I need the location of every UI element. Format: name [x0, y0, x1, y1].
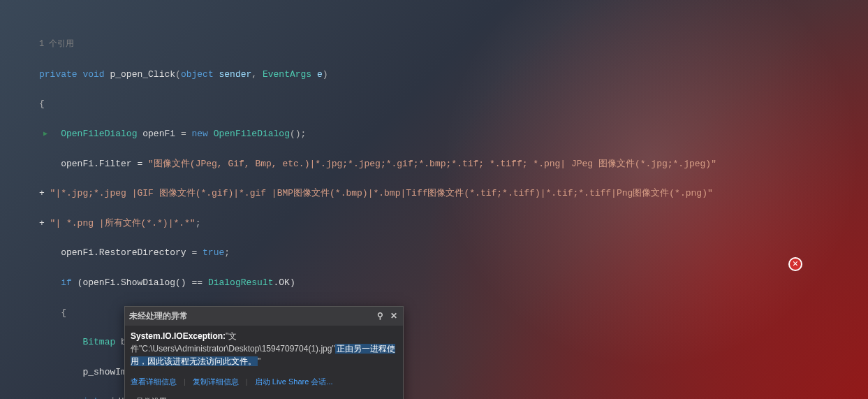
pin-icon[interactable]: ⚲ — [375, 309, 385, 324]
codelens-references[interactable]: 1 个引用 — [39, 37, 868, 52]
start-liveshare-link[interactable]: 启动 Live Share 会话... — [255, 375, 333, 389]
copy-details-link[interactable]: 复制详细信息 — [193, 375, 239, 389]
exception-message: System.IO.IOException:"文件"C:\Users\Admin… — [125, 326, 403, 372]
exception-popup[interactable]: 未经处理的异常 ⚲ ✕ System.IO.IOException:"文件"C:… — [124, 306, 404, 399]
exception-popup-title: 未经处理的异常 — [129, 309, 188, 324]
view-details-link[interactable]: 查看详细信息 — [131, 375, 177, 389]
exception-type: System.IO.IOException: — [131, 331, 226, 341]
keyword: private — [39, 69, 78, 80]
close-icon[interactable]: ✕ — [389, 309, 399, 324]
breakpoint-arrow-icon[interactable]: ▶ — [43, 126, 47, 141]
exception-popup-titlebar[interactable]: 未经处理的异常 ⚲ ✕ — [125, 307, 403, 326]
exception-settings-expander[interactable]: 异常设置 — [125, 393, 403, 399]
error-badge-icon[interactable]: ✕ — [788, 257, 802, 271]
